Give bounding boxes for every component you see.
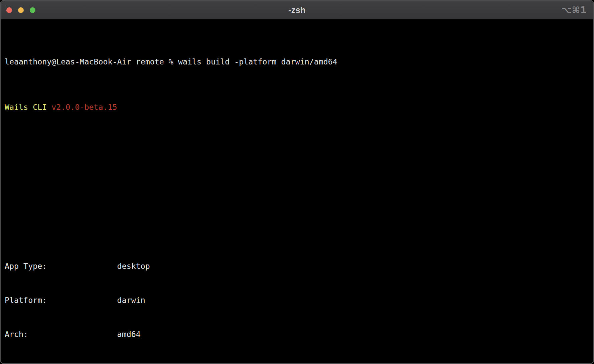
- terminal-window: -zsh ⌥⌘1 leaanthony@Leas-MacBook-Air rem…: [0, 0, 594, 364]
- option-label: Arch:: [5, 329, 117, 340]
- cli-version-line: Wails CLIv2.0.0-beta.15: [5, 102, 589, 113]
- blank-line: [5, 215, 589, 226]
- blank-line: [5, 181, 589, 192]
- traffic-lights: [6, 1, 35, 19]
- option-label: Compiler:: [5, 363, 117, 364]
- cli-name: Wails CLI: [5, 103, 47, 112]
- blank-line: [5, 147, 589, 158]
- close-button[interactable]: [6, 7, 12, 13]
- build-option-row: Arch:amd64: [5, 329, 589, 340]
- window-title: -zsh: [288, 5, 306, 15]
- build-option-row: Platform:darwin: [5, 295, 589, 306]
- option-label: Platform:: [5, 295, 117, 306]
- minimize-button[interactable]: [18, 7, 24, 13]
- terminal-output[interactable]: leaanthony@Leas-MacBook-Air remote %wail…: [1, 19, 593, 364]
- shell-prompt: leaanthony@Leas-MacBook-Air remote %: [5, 57, 173, 66]
- command-line-wails-build: leaanthony@Leas-MacBook-Air remote %wail…: [5, 56, 589, 67]
- option-value: darwin: [117, 296, 145, 305]
- build-option-row: App Type:desktop: [5, 260, 589, 272]
- cli-version: v2.0.0-beta.15: [51, 103, 117, 112]
- option-value: amd64: [117, 330, 141, 339]
- zoom-button[interactable]: [30, 7, 35, 13]
- option-label: App Type:: [5, 260, 117, 272]
- keyboard-shortcut-hint: ⌥⌘1: [562, 1, 587, 19]
- titlebar[interactable]: -zsh ⌥⌘1: [1, 1, 593, 19]
- build-option-row: Compiler:/usr/local/go/bin/go: [5, 363, 589, 364]
- option-value: desktop: [117, 261, 150, 270]
- command-text: wails build -platform darwin/amd64: [178, 57, 337, 66]
